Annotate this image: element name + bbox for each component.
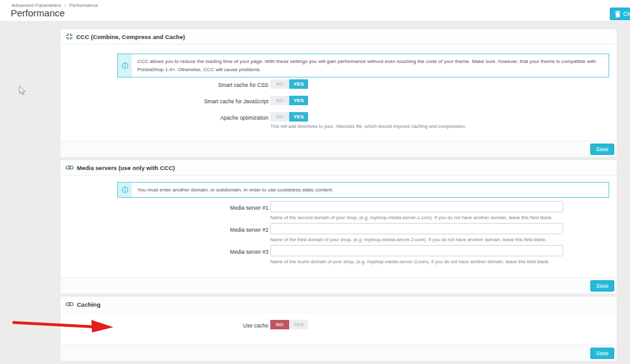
label-use-cache: Use cache (60, 322, 268, 329)
panel-media-footer: Save (60, 277, 617, 293)
label-media-server-3: Media server #3 (60, 249, 268, 255)
media-server-1-help: Name of the second domain of your shop, … (270, 215, 553, 220)
panel-media-servers: Media servers (use only with CCC) You mu… (60, 159, 617, 293)
media-server-1-input[interactable] (270, 201, 563, 212)
toggle-no-option[interactable]: NO (270, 96, 289, 105)
panel-media-title: Media servers (use only with CCC) (77, 164, 175, 171)
label-media-server-2: Media server #2 (60, 227, 268, 233)
page-title: Performance (11, 8, 65, 18)
toggle-smart-cache-css: NO YES (270, 79, 308, 89)
save-button[interactable]: Save (590, 144, 614, 155)
toggle-use-cache: NO YES (270, 320, 308, 329)
clear-cache-button[interactable]: Clear cache (610, 8, 630, 20)
link-icon (66, 164, 74, 171)
toggle-yes-option[interactable]: YES (289, 320, 308, 329)
label-smart-cache-css: Smart cache for CSS (60, 82, 268, 88)
toggle-apache-optimization: NO YES (270, 112, 308, 122)
panel-media-header: Media servers (use only with CCC) (60, 160, 617, 176)
label-media-server-1: Media server #1 (60, 205, 268, 211)
top-bar: Advanced Parameters / Performance Perfor… (0, 0, 630, 21)
media-info-alert: You must enter another domain, or subdom… (117, 182, 609, 198)
toggle-no-option[interactable]: NO (270, 320, 289, 329)
panel-ccc-footer: Save (60, 140, 617, 157)
save-button[interactable]: Save (590, 280, 614, 292)
panel-caching-title: Caching (77, 301, 100, 308)
panel-caching-footer: Save (60, 344, 617, 361)
panel-ccc-title: CCC (Combine, Compress and Cache) (76, 33, 185, 40)
ccc-info-text: CCC allows you to reduce the loading tim… (132, 54, 609, 77)
save-button[interactable]: Save (590, 348, 614, 359)
toggle-yes-option[interactable]: YES (289, 79, 308, 89)
trash-icon (615, 11, 621, 18)
info-icon (118, 183, 132, 197)
toggle-no-option[interactable]: NO (270, 112, 289, 122)
ccc-info-alert: CCC allows you to reduce the loading tim… (117, 54, 609, 77)
media-info-text: You must enter another domain, or subdom… (132, 183, 339, 197)
link-icon (66, 300, 74, 308)
toggle-yes-option[interactable]: YES (289, 112, 308, 122)
media-server-3-help: Name of the fourth domain of your shop, … (270, 259, 549, 264)
info-icon (118, 54, 132, 77)
panel-caching: Caching Use cache NO YES Save (60, 296, 617, 361)
media-server-2-help: Name of the third domain of your shop, (… (270, 237, 547, 242)
mouse-cursor-icon (19, 86, 26, 96)
media-server-2-input[interactable] (270, 223, 563, 234)
media-server-3-input[interactable] (270, 245, 563, 256)
clear-cache-label: Clear cache (623, 11, 630, 17)
toggle-no-option[interactable]: NO (270, 79, 289, 89)
apache-optimization-help: This will add directives to your .htacce… (270, 123, 466, 129)
toggle-smart-cache-js: NO YES (270, 96, 308, 105)
label-smart-cache-js: Smart cache for JavaScript (60, 98, 268, 105)
panel-caching-header: Caching (60, 297, 617, 312)
toggle-yes-option[interactable]: YES (289, 96, 308, 105)
label-apache-optimization: Apache optimization (60, 115, 268, 121)
panel-ccc-header: CCC (Combine, Compress and Cache) (60, 29, 617, 45)
panel-ccc: CCC (Combine, Compress and Cache) CCC al… (60, 28, 617, 156)
compress-icon (66, 33, 73, 40)
breadcrumb-current: Performance (69, 3, 98, 8)
